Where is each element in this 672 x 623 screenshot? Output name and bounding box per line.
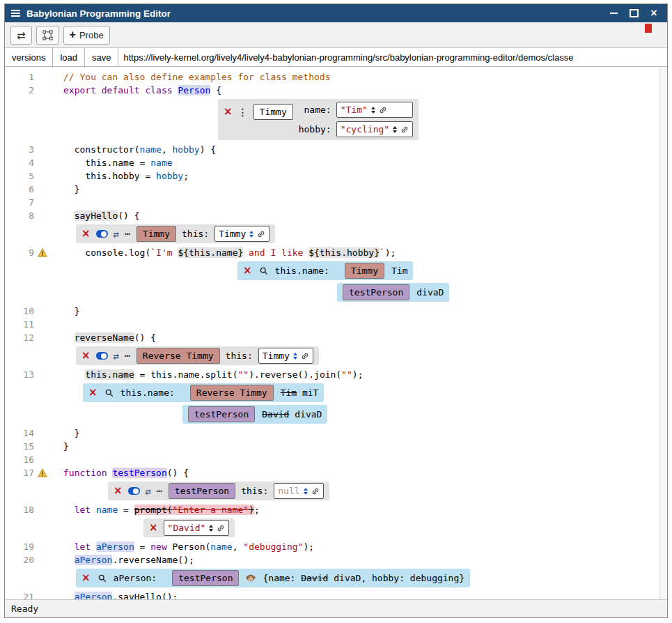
close-icon[interactable]: ×: [81, 229, 91, 239]
magnifier-icon: [259, 266, 268, 275]
swap-button[interactable]: ⇄: [10, 26, 32, 45]
link-icon[interactable]: [379, 106, 387, 114]
more-options-icon[interactable]: ⋯: [125, 229, 131, 238]
swap-arrows-icon[interactable]: ⇄: [146, 486, 151, 496]
value-spinner[interactable]: [304, 488, 308, 495]
code-token: {: [210, 85, 221, 95]
code-token: `I'm: [150, 247, 178, 258]
code-line[interactable]: 10 }: [5, 305, 659, 318]
code-line[interactable]: 6 }: [5, 183, 659, 196]
load-button[interactable]: load: [53, 48, 85, 66]
notification-indicator[interactable]: [645, 24, 652, 33]
example-badge[interactable]: testPerson: [188, 406, 255, 422]
close-icon[interactable]: ×: [88, 387, 97, 398]
add-probe-button[interactable]: + Probe: [63, 26, 110, 45]
example-badge[interactable]: Reverse Timmy: [190, 385, 274, 401]
more-options-icon[interactable]: ⋯: [157, 486, 163, 495]
code-token: and I like: [243, 247, 308, 258]
close-icon[interactable]: ×: [114, 486, 123, 496]
code-line[interactable]: 15}: [5, 440, 659, 453]
probe-value: David: [301, 573, 328, 583]
url-input[interactable]: https://lively-kernel.org/lively4/lively…: [118, 48, 667, 66]
code-token: }: [63, 184, 79, 194]
close-icon[interactable]: ×: [224, 107, 233, 117]
code-text: function testPerson() {: [63, 468, 189, 478]
close-icon[interactable]: ×: [243, 266, 252, 276]
code-line[interactable]: 20 aPerson.reverseName();: [5, 553, 659, 567]
drag-handle-icon[interactable]: ⋮: [238, 107, 248, 117]
toolbar: ⇄ + Probe: [5, 22, 667, 48]
line-number: 10: [5, 305, 34, 318]
value-box[interactable]: "David": [164, 520, 230, 536]
code-line[interactable]: 13 this.name = this.name.split("").rever…: [5, 368, 659, 381]
gutter-icon-slot: [34, 196, 54, 209]
code-line[interactable]: 5 this.hobby = hobby;: [5, 169, 659, 183]
code-line[interactable]: 19 let aPerson = new Person(name, "debug…: [5, 540, 659, 553]
example-badge[interactable]: Timmy: [345, 263, 384, 279]
close-window-button[interactable]: ×: [647, 6, 661, 20]
example-badge[interactable]: testPerson: [172, 570, 239, 586]
value-spinner[interactable]: [393, 126, 397, 133]
code-line[interactable]: 11: [5, 318, 659, 331]
line-number: 8: [5, 209, 34, 222]
toggle-icon[interactable]: [96, 230, 108, 238]
code-token: }: [63, 428, 79, 438]
editor[interactable]: 1// You can also define examples for cla…: [5, 67, 667, 599]
link-icon[interactable]: [217, 524, 225, 532]
close-icon[interactable]: ×: [149, 523, 158, 533]
versions-button[interactable]: versions: [5, 48, 53, 66]
magnifier-icon: [97, 574, 107, 583]
code-token: [63, 592, 75, 599]
value-box[interactable]: "cycling": [336, 121, 413, 137]
value-box[interactable]: "Tim": [336, 102, 413, 118]
code-line[interactable]: 3 constructor(name, hobby) {: [5, 143, 659, 156]
toggle-icon[interactable]: [96, 352, 108, 360]
swap-arrows-icon[interactable]: ⇄: [114, 229, 119, 239]
code-line[interactable]: 8 sayHello() {: [5, 209, 659, 222]
maximize-button[interactable]: [627, 6, 641, 20]
code-token: "Enter a name": [173, 505, 249, 515]
minimize-button[interactable]: [607, 6, 620, 20]
value-box[interactable]: Timmy: [258, 348, 313, 364]
widget-row: ×⇄⋯Reverse Timmythis:Timmy: [5, 346, 659, 365]
example-badge[interactable]: testPerson: [343, 284, 409, 300]
code-line[interactable]: 14 }: [5, 426, 659, 440]
close-icon[interactable]: ×: [81, 351, 91, 361]
value-spinner[interactable]: [249, 231, 253, 238]
code-line[interactable]: 1// You can also define examples for cla…: [5, 70, 659, 84]
code-line[interactable]: 9 console.log(`I'm ${this.name} and I li…: [5, 246, 659, 259]
code-line[interactable]: 18 let name = prompt("Enter a name");: [5, 503, 659, 516]
code-text: let name = prompt("Enter a name");: [63, 505, 260, 515]
code-line[interactable]: 21 aPerson.sayHello();: [5, 590, 659, 599]
code-line[interactable]: 7: [5, 196, 659, 209]
example-name-badge[interactable]: Timmy: [253, 104, 293, 120]
toggle-icon[interactable]: [128, 487, 140, 495]
code-text: constructor(name, hobby) {: [63, 144, 216, 155]
value-spinner[interactable]: [293, 353, 297, 360]
link-icon[interactable]: [301, 352, 309, 360]
code-line[interactable]: 4 this.name = name: [5, 156, 659, 169]
code-line[interactable]: 12 reverseName() {: [5, 331, 659, 344]
vertical-scrollbar[interactable]: [659, 67, 667, 599]
value-box[interactable]: Timmy: [214, 226, 269, 242]
frame-select-button[interactable]: [36, 26, 59, 45]
example-badge[interactable]: Reverse Timmy: [136, 348, 220, 364]
save-button[interactable]: save: [85, 48, 118, 66]
close-icon[interactable]: ×: [81, 573, 91, 583]
link-icon[interactable]: [400, 125, 409, 134]
code-token: );: [303, 541, 314, 552]
code-token: ,: [233, 541, 244, 552]
code-line[interactable]: 16: [5, 453, 659, 466]
menu-icon[interactable]: [11, 10, 20, 17]
value-spinner[interactable]: [209, 525, 213, 532]
example-badge[interactable]: Timmy: [136, 226, 176, 242]
code-line[interactable]: 17function testPerson() {: [5, 466, 659, 479]
value-box[interactable]: null: [274, 483, 323, 499]
link-icon[interactable]: [311, 487, 320, 495]
link-icon[interactable]: [257, 230, 265, 238]
value-spinner[interactable]: [371, 107, 375, 114]
swap-arrows-icon[interactable]: ⇄: [114, 351, 119, 361]
example-badge[interactable]: testPerson: [169, 483, 235, 499]
code-line[interactable]: 2export default class Person {: [5, 84, 659, 97]
more-options-icon[interactable]: ⋯: [125, 351, 131, 360]
